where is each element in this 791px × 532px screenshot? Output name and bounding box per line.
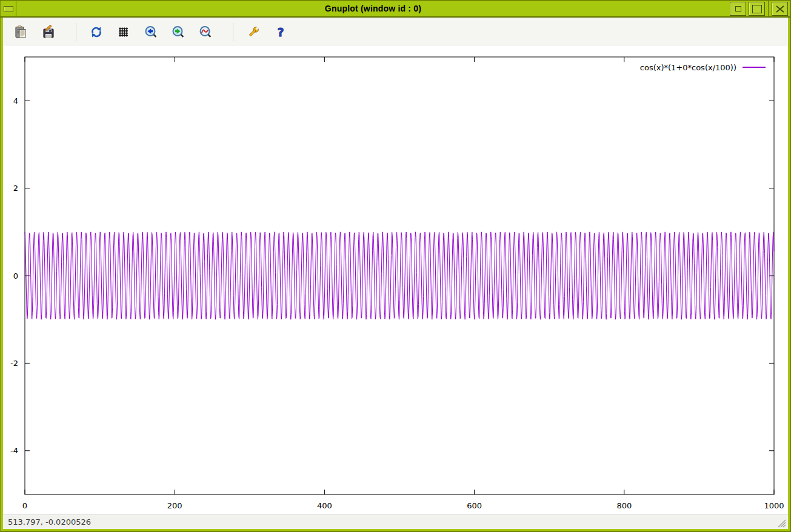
close-button[interactable] bbox=[772, 2, 788, 16]
y-tick-label: -4 bbox=[10, 446, 18, 455]
export-to-file-button[interactable] bbox=[41, 25, 56, 39]
window-title: Gnuplot (window id : 0) bbox=[16, 1, 730, 16]
legend: cos(x)*(1+0*cos(x/100)) bbox=[640, 62, 766, 72]
toolbar-separator bbox=[233, 23, 233, 41]
window-content: ? 02004006008001000-4-2024 cos(x)*(1+0*c… bbox=[3, 18, 788, 529]
toggle-grid-button[interactable] bbox=[116, 25, 131, 39]
resize-grip[interactable] bbox=[776, 519, 787, 528]
minimize-icon bbox=[735, 6, 741, 12]
titlebar[interactable]: Gnuplot (window id : 0) bbox=[1, 1, 790, 18]
zoom-next-button[interactable] bbox=[171, 25, 185, 39]
legend-label: cos(x)*(1+0*cos(x/100)) bbox=[640, 63, 736, 72]
legend-line-sample bbox=[743, 67, 766, 68]
x-tick-label: 600 bbox=[467, 501, 482, 510]
zoom-next-icon bbox=[171, 25, 185, 39]
toolbar: ? bbox=[3, 18, 788, 46]
copy-to-clipboard-button[interactable] bbox=[14, 25, 28, 39]
toolbar-separator bbox=[76, 23, 76, 41]
x-tick-label: 400 bbox=[317, 501, 332, 510]
zoom-previous-button[interactable] bbox=[144, 25, 158, 39]
x-tick-label: 200 bbox=[167, 501, 182, 510]
y-tick-label: 2 bbox=[13, 184, 18, 193]
window-controls bbox=[730, 1, 790, 16]
x-tick-label: 800 bbox=[616, 501, 632, 510]
help-icon: ? bbox=[273, 25, 288, 39]
plot-area: 02004006008001000-4-2024 cos(x)*(1+0*cos… bbox=[3, 46, 788, 514]
configure-button[interactable] bbox=[246, 25, 261, 39]
statusbar: 513.797, -0.0200526 bbox=[3, 514, 788, 529]
plot-canvas[interactable]: 02004006008001000-4-2024 bbox=[3, 46, 788, 514]
replot-icon bbox=[89, 25, 104, 39]
x-tick-label: 0 bbox=[22, 501, 27, 510]
zoom-previous-icon bbox=[144, 25, 158, 39]
y-tick-label: 0 bbox=[13, 271, 18, 281]
autoscale-icon bbox=[198, 25, 213, 39]
curve-cos-series bbox=[25, 232, 774, 319]
apply-autoscale-button[interactable] bbox=[198, 25, 213, 39]
wrench-icon bbox=[246, 25, 261, 39]
window-menu-button[interactable] bbox=[1, 1, 16, 16]
maximize-button[interactable] bbox=[749, 2, 765, 16]
maximize-icon bbox=[752, 5, 762, 13]
svg-text:?: ? bbox=[277, 25, 284, 39]
y-tick-label: 4 bbox=[13, 96, 18, 105]
grid-icon bbox=[116, 25, 131, 39]
y-tick-label: -2 bbox=[10, 359, 18, 368]
gnuplot-window: Gnuplot (window id : 0) bbox=[0, 0, 791, 532]
x-tick-label: 1000 bbox=[764, 501, 784, 510]
minimize-button[interactable] bbox=[730, 2, 746, 16]
titlebar-divider bbox=[768, 1, 769, 17]
window-menu-icon bbox=[4, 6, 13, 12]
mouse-coordinates: 513.797, -0.0200526 bbox=[8, 517, 91, 527]
help-button[interactable]: ? bbox=[273, 25, 288, 39]
clipboard-icon bbox=[14, 25, 28, 39]
close-icon bbox=[776, 5, 784, 13]
replot-button[interactable] bbox=[89, 25, 104, 39]
floppy-save-icon bbox=[41, 25, 56, 39]
